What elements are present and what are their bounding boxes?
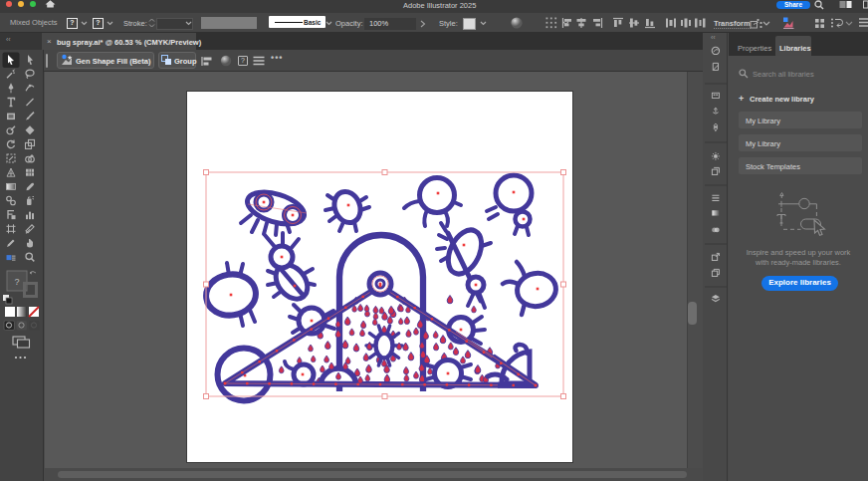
svg-text:?: ?: [14, 277, 19, 287]
